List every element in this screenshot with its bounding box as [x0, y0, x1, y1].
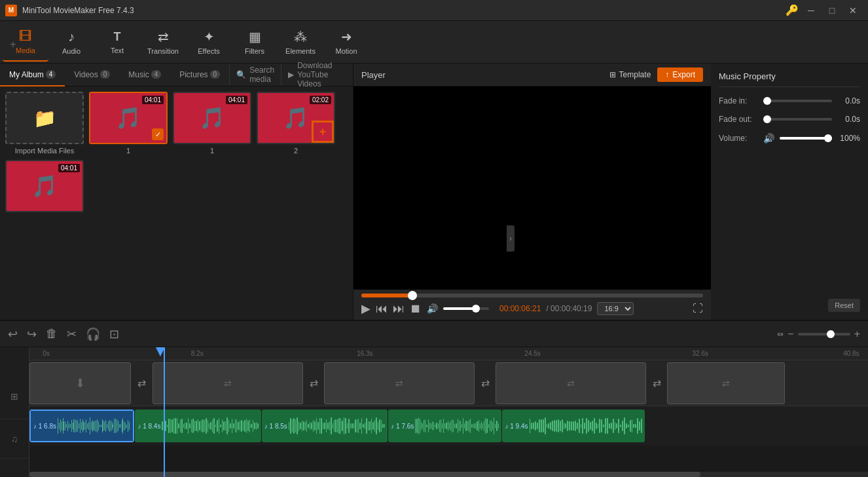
video-clip-5[interactable]: ⇄	[667, 362, 785, 404]
audio-extract-button[interactable]: 🎧	[86, 327, 100, 341]
video-clip-3[interactable]: ⇄	[324, 362, 475, 404]
player-controls: ▶ ⏮ ⏭ ⏹ 🔊 00:00:06:21 / 00:00:40:19 16:9…	[353, 290, 711, 320]
toolbar-audio-label: Audio	[62, 47, 81, 55]
next-button[interactable]: ⏭	[393, 302, 405, 316]
stop-button[interactable]: ⏹	[410, 302, 422, 316]
window-controls: ─ □ ✕	[801, 3, 863, 18]
control-row: ▶ ⏮ ⏭ ⏹ 🔊 00:00:06:21 / 00:00:40:19 16:9…	[361, 301, 703, 316]
reset-button[interactable]: Reset	[828, 299, 860, 312]
fade-in-thumb	[763, 97, 771, 105]
volume-icon[interactable]: 🔊	[427, 303, 438, 314]
template-button[interactable]: ⊞ Template	[609, 70, 651, 79]
transition-3[interactable]: ⇄	[475, 373, 496, 394]
media-grid: 📁 Import Media Files 🎵 04:01 ✓ 1	[0, 86, 353, 320]
video-clip-import[interactable]: ⬇	[29, 362, 131, 404]
toolbar-motion[interactable]: ➜ Motion	[323, 22, 369, 62]
player-tab: Player	[361, 70, 386, 80]
zoom-in-button[interactable]: +	[854, 328, 860, 340]
toolbar-audio[interactable]: ♪ Audio	[48, 22, 94, 62]
subnav: My Album 4 Videos 0 Music 4 Pictures 0 🔍…	[0, 64, 353, 86]
audio-icon: ♪	[68, 29, 75, 45]
tab-my-album[interactable]: My Album 4	[0, 64, 65, 86]
text-icon: T	[114, 30, 121, 44]
play-button[interactable]: ▶	[361, 301, 371, 316]
toolbar-elements[interactable]: ⁂ Elements	[278, 22, 323, 62]
zoom-slider[interactable]	[798, 333, 850, 335]
fade-out-slider[interactable]	[763, 118, 832, 121]
ruler-tick-2: 16.3s	[357, 350, 372, 357]
audio-clip-3[interactable]: ♪ 1 8.5s	[262, 410, 388, 442]
media-label-2: 1	[173, 147, 251, 155]
audio-clip-5[interactable]: ♪ 1 9.4s	[502, 410, 645, 442]
template-label: Template	[619, 70, 651, 79]
transition-1[interactable]: ⇄	[131, 373, 152, 394]
check-badge-1: ✓	[152, 128, 164, 140]
videos-badge: 0	[100, 70, 111, 79]
volume-prop-slider[interactable]	[780, 137, 832, 140]
timeline-scrollbar[interactable]	[29, 472, 868, 477]
scrollbar-thumb[interactable]	[29, 472, 700, 477]
media-thumb-2[interactable]: 🎵 04:01	[173, 92, 251, 144]
tab-pictures[interactable]: Pictures 0	[170, 64, 229, 86]
export-label: Export	[672, 70, 695, 79]
redo-button[interactable]: ↪	[27, 327, 37, 341]
audio-clip-1[interactable]: ♪ 1 6.8s	[29, 410, 134, 442]
fit-icon[interactable]: ⇔	[777, 330, 784, 339]
waveform-1	[58, 416, 130, 436]
collapse-handle[interactable]: ›	[507, 225, 515, 252]
transition-clip-icon-2: ⇄	[224, 378, 232, 389]
video-clip-4[interactable]: ⇄	[496, 362, 646, 404]
props-spacer	[719, 153, 860, 290]
media-thumb-1[interactable]: 🎵 04:01 ✓	[89, 92, 168, 144]
duration-4: 04:01	[58, 164, 80, 172]
fullscreen-button[interactable]: ⛶	[693, 303, 703, 315]
import-media-button[interactable]: 📁	[5, 92, 84, 144]
center-panel: Player ⊞ Template ↑ Export ▶	[353, 64, 711, 320]
maximize-button[interactable]: □	[822, 3, 842, 18]
close-button[interactable]: ✕	[843, 3, 863, 18]
fade-in-label: Fade in:	[719, 96, 758, 105]
media-thumb-3[interactable]: 🎵 02:02 +	[257, 92, 335, 144]
download-youtube-btn[interactable]: ▶ Download YouTube Videos	[281, 64, 353, 86]
tab-music[interactable]: Music 4	[119, 64, 170, 86]
music-badge: 4	[151, 70, 162, 79]
crop-button[interactable]: ⊡	[109, 327, 119, 341]
transition-4[interactable]: ⇄	[646, 373, 667, 394]
minimize-button[interactable]: ─	[801, 3, 821, 18]
fade-out-thumb	[763, 115, 771, 123]
audio-clip-4[interactable]: ♪ 1 7.6s	[388, 410, 501, 442]
toolbar-transition-label: Transition	[147, 47, 179, 55]
aspect-ratio-select[interactable]: 16:9 4:3 1:1 9:16	[597, 302, 634, 315]
duration-3: 02:02	[310, 96, 331, 104]
video-track: ⬇ ⇄ ⇄ ⇄ ⇄ ⇄ ⇄ ⇄ ⇄	[29, 360, 868, 406]
audio-clip-2-inner: ♪ 1 8.4s	[135, 410, 261, 442]
volume-row: Volume: 🔊 100%	[719, 133, 860, 143]
download-icon: ▶	[288, 70, 294, 79]
cut-button[interactable]: ✂	[67, 327, 77, 341]
video-clip-2[interactable]: ⇄	[153, 362, 303, 404]
playhead[interactable]	[164, 347, 165, 477]
tab-videos[interactable]: Videos 0	[65, 64, 119, 86]
ruler-tick-3: 24.5s	[524, 350, 540, 357]
fade-in-slider[interactable]	[763, 100, 832, 102]
media-label-1: 1	[89, 147, 168, 155]
fade-out-row: Fade out: 0.0s	[719, 115, 860, 124]
toolbar-transition[interactable]: ⇄ Transition	[140, 22, 186, 62]
toolbar-filters[interactable]: ▦ Filters	[232, 22, 278, 62]
prev-button[interactable]: ⏮	[376, 302, 388, 316]
delete-button[interactable]: 🗑	[46, 327, 58, 341]
fade-out-value: 0.0s	[837, 115, 860, 124]
zoom-out-button[interactable]: −	[787, 328, 793, 340]
media-item-3: 🎵 02:02 + 2	[257, 92, 335, 155]
audio-clip-2[interactable]: ♪ 1 8.4s	[135, 410, 261, 442]
export-button[interactable]: ↑ Export	[657, 67, 703, 82]
media-thumb-4[interactable]: 🎵 04:01	[5, 160, 84, 212]
progress-bar[interactable]	[361, 294, 703, 297]
undo-button[interactable]: ↩	[8, 327, 18, 341]
volume-slider[interactable]	[443, 307, 489, 310]
toolbar-text[interactable]: T Text	[94, 22, 140, 62]
toolbar-effects[interactable]: ✦ Effects	[186, 22, 232, 62]
search-media-btn[interactable]: 🔍 Search media	[229, 64, 281, 86]
add-badge-3[interactable]: +	[312, 121, 334, 143]
transition-2[interactable]: ⇄	[303, 373, 324, 394]
